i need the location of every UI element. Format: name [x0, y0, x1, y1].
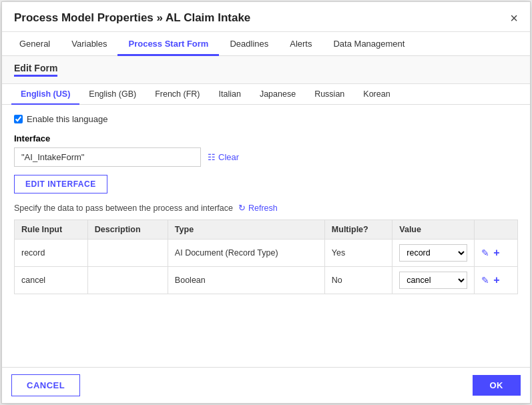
- main-tabs: General Variables Process Start Form Dea…: [2, 32, 530, 56]
- modal-body: Edit Form English (US) English (GB) Fren…: [2, 56, 530, 367]
- cell-description: [87, 267, 168, 294]
- action-icons: ✎ +: [481, 274, 511, 286]
- lang-tab-korean[interactable]: Korean: [354, 84, 399, 104]
- cell-type: AI Document (Record Type): [168, 240, 324, 267]
- cell-multiple: Yes: [324, 240, 392, 267]
- cell-value[interactable]: cancel: [392, 267, 475, 294]
- refresh-icon: ↻: [238, 203, 246, 213]
- refresh-button[interactable]: ↻ Refresh: [238, 203, 278, 213]
- cell-value[interactable]: record: [392, 240, 475, 267]
- tab-variables[interactable]: Variables: [61, 32, 117, 55]
- tab-process-start-form[interactable]: Process Start Form: [117, 32, 219, 55]
- col-description: Description: [87, 220, 168, 240]
- refresh-label: Refresh: [248, 204, 278, 213]
- language-tabs: English (US) English (GB) French (FR) It…: [2, 84, 530, 105]
- cell-actions: ✎ +: [475, 240, 518, 267]
- col-actions: [475, 220, 518, 240]
- interface-input[interactable]: [14, 147, 201, 167]
- lang-tab-russian[interactable]: Russian: [305, 84, 354, 104]
- enable-language-checkbox[interactable]: [14, 115, 23, 123]
- cell-multiple: No: [324, 267, 392, 294]
- specify-label: Specify the data to pass between the pro…: [14, 204, 233, 213]
- data-table: Rule Input Description Type Multiple? Va…: [14, 220, 518, 294]
- lang-tab-italian[interactable]: Italian: [210, 84, 250, 104]
- lang-tab-english-us[interactable]: English (US): [11, 84, 79, 104]
- section-title: Edit Form: [14, 63, 57, 77]
- cell-description: [87, 240, 168, 267]
- modal-header: Process Model Properties » AL Claim Inta…: [2, 2, 530, 32]
- ok-button[interactable]: OK: [473, 375, 521, 396]
- value-select-record[interactable]: record: [399, 244, 467, 262]
- col-value: Value: [392, 220, 475, 240]
- lang-tab-japanese[interactable]: Japanese: [250, 84, 305, 104]
- content-area: Enable this language Interface ☷ Clear E…: [2, 105, 530, 304]
- lang-tab-english-gb[interactable]: English (GB): [79, 84, 146, 104]
- list-icon: ☷: [208, 152, 216, 162]
- interface-row: ☷ Clear: [14, 147, 518, 167]
- add-icon[interactable]: +: [493, 247, 499, 259]
- cell-rule-input: cancel: [15, 267, 88, 294]
- modal-title: Process Model Properties » AL Claim Inta…: [14, 11, 250, 25]
- cancel-button[interactable]: CANCEL: [11, 374, 80, 396]
- action-icons: ✎ +: [481, 247, 511, 259]
- col-type: Type: [168, 220, 324, 240]
- enable-language-label: Enable this language: [27, 114, 107, 124]
- edit-icon[interactable]: ✎: [481, 275, 489, 286]
- cell-rule-input: record: [15, 240, 88, 267]
- modal-container: Process Model Properties » AL Claim Inta…: [1, 1, 531, 404]
- enable-language-row: Enable this language: [14, 114, 518, 124]
- clear-label: Clear: [218, 152, 239, 162]
- value-select-cancel[interactable]: cancel: [399, 272, 467, 289]
- interface-label: Interface: [14, 133, 518, 143]
- col-multiple: Multiple?: [324, 220, 392, 240]
- tab-alerts[interactable]: Alerts: [279, 32, 322, 55]
- edit-icon[interactable]: ✎: [481, 248, 489, 258]
- table-row: cancel Boolean No cancel ✎ +: [15, 267, 518, 294]
- cell-type: Boolean: [168, 267, 324, 294]
- lang-tab-french-fr[interactable]: French (FR): [146, 84, 209, 104]
- close-button[interactable]: ×: [510, 11, 518, 25]
- tab-general[interactable]: General: [9, 32, 61, 55]
- add-icon[interactable]: +: [493, 274, 499, 286]
- clear-button[interactable]: ☷ Clear: [208, 152, 239, 162]
- edit-interface-button[interactable]: EDIT INTERFACE: [14, 175, 107, 193]
- modal-footer: CANCEL OK: [2, 367, 530, 403]
- tab-data-management[interactable]: Data Management: [322, 32, 415, 55]
- col-rule-input: Rule Input: [15, 220, 88, 240]
- table-row: record AI Document (Record Type) Yes rec…: [15, 240, 518, 267]
- cell-actions: ✎ +: [475, 267, 518, 294]
- specify-row: Specify the data to pass between the pro…: [14, 203, 518, 213]
- section-header: Edit Form: [2, 56, 530, 84]
- tab-deadlines[interactable]: Deadlines: [219, 32, 279, 55]
